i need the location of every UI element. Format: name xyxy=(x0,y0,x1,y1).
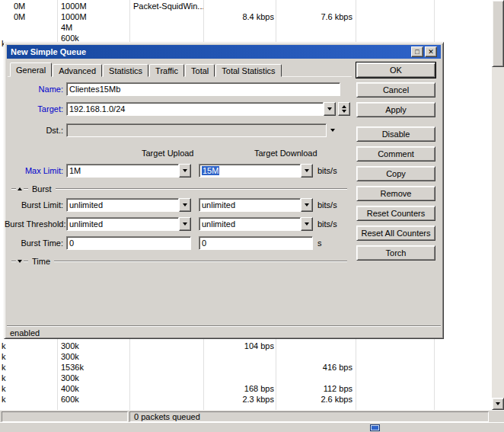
arrow-down-icon xyxy=(496,402,500,405)
burst-threshold-unit: bits/s xyxy=(317,219,337,229)
torch-button[interactable]: Torch xyxy=(356,245,435,261)
chevron-down-icon xyxy=(305,169,309,172)
max-limit-download-dropdown[interactable] xyxy=(301,164,313,178)
burst-limit-label: Burst Limit: xyxy=(5,200,63,210)
status-cell-left xyxy=(2,411,128,422)
divider xyxy=(56,188,347,190)
divider xyxy=(24,188,28,190)
table-row: k300k xyxy=(0,373,487,383)
table-row: k1536k416 bps xyxy=(0,362,487,373)
reset-all-counters-button[interactable]: Reset All Counters xyxy=(356,226,435,241)
table-cell: k xyxy=(2,341,12,350)
collapse-up-icon xyxy=(18,187,22,190)
table-cell: 2.6 kbps xyxy=(268,395,352,404)
table-cell: k xyxy=(2,373,12,382)
tab-statistics[interactable]: Statistics xyxy=(103,64,148,77)
burst-limit-upload-dropdown[interactable] xyxy=(179,198,191,212)
close-icon: ✕ xyxy=(428,48,434,56)
scrollbar-thumb[interactable] xyxy=(492,0,504,67)
table-cell: 416 bps xyxy=(268,363,352,372)
target-dropdown-button[interactable] xyxy=(324,102,336,116)
apply-button[interactable]: Apply xyxy=(356,102,435,117)
chevron-down-icon xyxy=(305,222,309,226)
divider xyxy=(54,261,347,262)
table-cell: Packet-SquidWin... xyxy=(133,2,203,11)
burst-limit-download-dropdown[interactable] xyxy=(301,198,313,212)
application-icon[interactable] xyxy=(370,424,380,431)
tab-strip: General Advanced Statistics Traffic Tota… xyxy=(10,62,282,77)
burst-time-unit: s xyxy=(317,238,322,248)
burst-time-label: Burst Time: xyxy=(5,238,63,248)
burst-section-label: Burst xyxy=(32,184,52,194)
burst-threshold-upload-input[interactable]: unlimited xyxy=(66,217,179,231)
burst-time-download-input[interactable]: 0 xyxy=(199,236,313,250)
comment-button[interactable]: Comment xyxy=(356,146,435,162)
table-cell: 112 bps xyxy=(268,384,352,393)
table-cell: 300k xyxy=(61,352,128,361)
maximize-icon: □ xyxy=(415,48,419,56)
chevron-down-icon xyxy=(305,203,309,206)
burst-threshold-download-input[interactable]: unlimited xyxy=(199,217,301,231)
burst-time-upload-input[interactable]: 0 xyxy=(66,236,191,250)
tab-total[interactable]: Total xyxy=(185,64,215,77)
remove-button[interactable]: Remove xyxy=(356,186,435,201)
maximize-button[interactable]: □ xyxy=(411,46,423,57)
dst-dropdown-button[interactable] xyxy=(327,123,338,137)
status-bar: 0 packets queued xyxy=(0,410,504,422)
burst-limit-upload-input[interactable]: unlimited xyxy=(66,198,179,212)
burst-threshold-upload-dropdown[interactable] xyxy=(179,217,191,231)
max-limit-download-input[interactable]: 15M xyxy=(199,164,301,178)
burst-limit-unit: bits/s xyxy=(317,200,337,210)
dialog-titlebar[interactable]: New Simple Queue □ ✕ xyxy=(7,45,441,59)
selected-text: 15M xyxy=(202,166,219,175)
cancel-button[interactable]: Cancel xyxy=(356,82,435,98)
close-button[interactable]: ✕ xyxy=(425,46,437,57)
table-cell: 300k xyxy=(61,373,128,382)
name-label: Name: xyxy=(5,85,63,94)
table-row: 0M1000MPacket-SquidWin... xyxy=(0,1,487,11)
chevron-down-icon xyxy=(183,222,187,226)
disable-button[interactable]: Disable xyxy=(356,126,435,142)
tab-traffic[interactable]: Traffic xyxy=(149,64,184,77)
copy-button[interactable]: Copy xyxy=(356,166,435,181)
burst-limit-download-input[interactable]: unlimited xyxy=(199,198,301,212)
target-add-remove-spinner[interactable] xyxy=(338,102,350,116)
table-cell: 2.3 kbps xyxy=(190,395,274,404)
collapse-down-icon xyxy=(18,260,22,263)
packets-queued-text: 0 packets queued xyxy=(134,412,200,421)
table-cell: k xyxy=(2,395,12,404)
tab-advanced[interactable]: Advanced xyxy=(53,64,102,77)
burst-threshold-download-dropdown[interactable] xyxy=(301,217,313,231)
table-row: k300k104 bps xyxy=(0,341,487,351)
burst-section-toggle[interactable]: Burst xyxy=(11,184,347,194)
max-limit-upload-input[interactable]: 1M xyxy=(66,164,179,178)
chevron-down-icon xyxy=(183,169,187,172)
tab-general[interactable]: General xyxy=(10,62,52,77)
vertical-scrollbar[interactable] xyxy=(492,0,504,410)
table-cell: 168 bps xyxy=(190,384,274,393)
dialog-title: New Simple Queue xyxy=(11,47,86,56)
arrow-up-icon xyxy=(342,105,346,108)
max-limit-label: Max Limit: xyxy=(5,166,63,175)
table-cell: 0M xyxy=(14,12,55,21)
table-cell: 600k xyxy=(61,395,128,404)
scroll-down-button[interactable] xyxy=(492,398,504,410)
table-cell: k xyxy=(2,352,12,361)
table-row: k300k xyxy=(0,351,487,362)
name-input[interactable]: Clientes15Mb xyxy=(66,82,340,96)
divider xyxy=(24,261,28,262)
max-limit-upload-dropdown[interactable] xyxy=(179,164,191,178)
target-upload-header: Target Upload xyxy=(142,149,194,158)
time-section-toggle[interactable]: Time xyxy=(11,257,347,266)
table-row: 4M xyxy=(0,22,487,33)
ok-button[interactable]: OK xyxy=(356,62,435,78)
tab-total-statistics[interactable]: Total Statistics xyxy=(215,64,281,77)
reset-counters-button[interactable]: Reset Counters xyxy=(356,206,435,221)
table-cell: 0M xyxy=(14,2,55,11)
table-cell: k xyxy=(2,384,12,393)
table-cell: 300k xyxy=(61,341,128,350)
table-row: k600k2.3 kbps2.6 kbps xyxy=(0,394,487,405)
table-row: 0M1000M8.4 kbps7.6 kbps xyxy=(0,11,487,22)
target-input[interactable]: 192.168.1.0/24 xyxy=(66,102,324,116)
dst-input[interactable] xyxy=(66,123,327,137)
